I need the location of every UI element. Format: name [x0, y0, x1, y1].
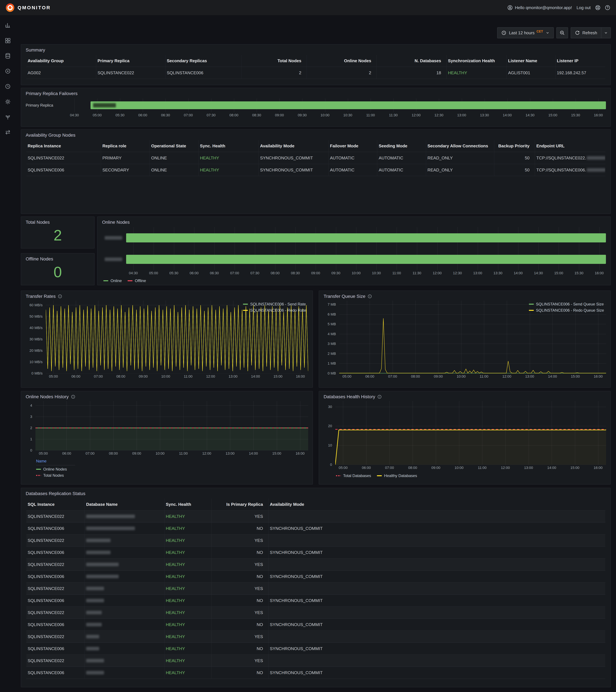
axis-label: 05:00: [93, 113, 102, 117]
legend-label: Total Databases: [343, 474, 371, 478]
table-row[interactable]: SQLINSTANCE022HEALTHYYES: [26, 535, 605, 546]
axis-label: 06:00: [365, 374, 374, 379]
table-cell: [85, 522, 165, 534]
panel-title[interactable]: Primary Replica Failovers: [21, 88, 611, 98]
legend-item[interactable]: SQLINSTANCE006 - Send Rate: [243, 302, 306, 306]
table-row[interactable]: SQLINSTANCE022HEALTHYYES: [26, 511, 605, 522]
refresh-interval-dropdown[interactable]: [601, 27, 611, 38]
stats-row: Total Nodes 2 Offline Nodes 0 Online Nod…: [21, 216, 611, 285]
sidebar-item-dashboards[interactable]: [4, 37, 11, 44]
table-row[interactable]: SQLINSTANCE006HEALTHYNOSYNCHRONOUS_COMMI…: [26, 619, 605, 631]
timeline-bar[interactable]: [126, 255, 606, 264]
column-header: Availability Mode: [269, 498, 605, 510]
axis-label: 13:00: [473, 271, 482, 275]
legend-item[interactable]: Online: [103, 279, 122, 283]
axis-label: 14:00: [548, 374, 557, 379]
panel-title[interactable]: Summary: [21, 44, 611, 54]
timeline-bar[interactable]: [126, 233, 606, 242]
table-cell: NO: [212, 570, 269, 582]
table-row[interactable]: SQLINSTANCE022PRIMARYONLINEHEALTHYSYNCHR…: [26, 152, 605, 164]
axis-label: 09:30: [332, 271, 340, 275]
table-row[interactable]: SQLINSTANCE022HEALTHYYES: [26, 559, 605, 570]
panel-title[interactable]: Databases Replication Status: [21, 488, 611, 498]
table-row[interactable]: SQLINSTANCE006HEALTHYNOSYNCHRONOUS_COMMI…: [26, 522, 605, 535]
table-cell: HEALTHY: [165, 631, 212, 643]
logout-link[interactable]: Log out: [576, 5, 591, 10]
panel-title[interactable]: Offline Nodes: [21, 254, 94, 263]
table-row[interactable]: SQLINSTANCE022HEALTHYYES: [26, 631, 605, 643]
legend-item[interactable]: Healthy Databases: [377, 474, 417, 478]
panel-primary-replica-failovers: Primary Replica Failovers Primary Replic…: [21, 88, 611, 127]
axis-label: 16:00: [594, 466, 602, 470]
column-header: Availability Mode: [259, 140, 328, 152]
time-range-picker[interactable]: Last 12 hours CET: [497, 27, 554, 38]
panel-title[interactable]: Transfer Rates: [21, 291, 313, 301]
brand[interactable]: QMONITOR: [6, 3, 51, 12]
table-row[interactable]: SQLINSTANCE006HEALTHYNOSYNCHRONOUS_COMMI…: [26, 546, 605, 559]
table-cell: YES: [212, 511, 269, 522]
legend-item[interactable]: Online Nodes: [36, 467, 308, 472]
table-row[interactable]: AG002SQLINSTANCE022SQLINSTANCE0062218HEA…: [26, 67, 605, 79]
sidebar-item-record[interactable]: [4, 68, 11, 74]
legend-item[interactable]: Total Databases: [336, 474, 371, 478]
sidebar-item-plant[interactable]: [4, 114, 11, 120]
timeline-bar[interactable]: [90, 101, 606, 109]
table-cell: [85, 655, 165, 667]
table-cell: 2: [307, 67, 377, 79]
table-cell: [269, 583, 605, 594]
x-axis: 05:0006:0007:0008:0009:0010:0011:0012:00…: [339, 373, 606, 379]
panel-title[interactable]: Total Nodes: [21, 217, 94, 226]
sidebar: [0, 16, 16, 692]
table-cell: READ_ONLY: [426, 152, 494, 164]
axis-label: 15:00: [274, 374, 282, 379]
sidebar-item-settings[interactable]: [4, 99, 11, 105]
refresh-group: Refresh: [571, 27, 611, 38]
sidebar-item-swap[interactable]: [4, 129, 11, 135]
zoom-out-button[interactable]: [556, 27, 568, 38]
table-row[interactable]: SQLINSTANCE006HEALTHYNOSYNCHRONOUS_COMMI…: [26, 643, 605, 655]
sidebar-item-analytics[interactable]: [4, 22, 11, 28]
table-row[interactable]: SQLINSTANCE006HEALTHYNOSYNCHRONOUS_COMMI…: [26, 667, 605, 679]
help-icon[interactable]: [605, 5, 610, 10]
legend-item[interactable]: Offline: [128, 279, 146, 283]
legend-item[interactable]: SQLINSTANCE006 - Redo Queue Size: [529, 308, 604, 312]
column-header: Listener IP: [555, 55, 605, 67]
table-cell: HEALTHY: [165, 522, 212, 534]
panel-title[interactable]: Online Nodes: [98, 217, 611, 226]
table-row[interactable]: SQLINSTANCE006HEALTHYNOSYNCHRONOUS_COMMI…: [26, 595, 605, 607]
table-cell: TCP://SQLINSTANCE022..local:5022: [535, 152, 605, 164]
panel-title[interactable]: Availability Group Nodes: [21, 130, 611, 139]
sidebar-item-database[interactable]: [4, 52, 11, 59]
table-row[interactable]: SQLINSTANCE022HEALTHYYES: [26, 583, 605, 595]
support-icon[interactable]: [595, 5, 600, 10]
table-cell: [85, 643, 165, 654]
sidebar-item-history[interactable]: [4, 83, 11, 90]
y-axis: 0102030: [324, 401, 335, 465]
chart-legend: NameOnline NodesTotal Nodes: [26, 456, 308, 478]
legend-item[interactable]: SQLINSTANCE006 - Redo Rate: [243, 308, 306, 312]
axis-label: 11:00: [480, 374, 488, 379]
table-cell: NO: [212, 595, 269, 606]
chart-legend: SQLINSTANCE006 - Send RateSQLINSTANCE006…: [243, 302, 306, 312]
refresh-button[interactable]: Refresh: [571, 27, 601, 38]
table-row[interactable]: SQLINSTANCE006SECONDARYONLINEHEALTHYSYNC…: [26, 164, 605, 176]
panel-title-text: Transfer Queue Size: [324, 294, 365, 299]
table-cell: HEALTHY: [165, 643, 212, 654]
table-row[interactable]: SQLINSTANCE022HEALTHYYES: [26, 655, 605, 667]
panel-title[interactable]: Transfer Queue Size: [319, 291, 611, 301]
axis-label: 5 MB: [328, 322, 336, 326]
legend-header[interactable]: Name: [36, 459, 75, 466]
panel-title[interactable]: Online Nodes History: [21, 391, 313, 401]
table-row[interactable]: SQLINSTANCE022HEALTHYYES: [26, 607, 605, 619]
axis-label: 08:00: [116, 374, 125, 379]
table-cell: SQLINSTANCE022: [96, 67, 166, 79]
table-row[interactable]: SQLINSTANCE006HEALTHYNOSYNCHRONOUS_COMMI…: [26, 570, 605, 583]
panel-title[interactable]: Databases Health History: [319, 391, 611, 401]
transfer-rates-chart: 0 MB/s10 MB/s20 MB/s30 MB/s40 MB/s50 MB/…: [21, 301, 313, 379]
redacted-text: [86, 611, 102, 614]
legend-item[interactable]: SQLINSTANCE006 - Send Queue Size: [529, 302, 604, 306]
legend-item[interactable]: Total Nodes: [36, 473, 308, 478]
redacted-text: [105, 258, 122, 261]
axis-label: 13:30: [493, 271, 503, 275]
axis-label: 7 MB: [328, 302, 336, 307]
